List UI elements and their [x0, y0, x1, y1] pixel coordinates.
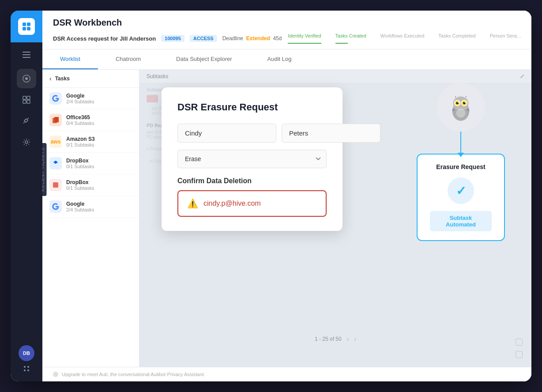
owl-mascot	[437, 83, 485, 132]
grid-icon[interactable]	[23, 365, 30, 374]
right-content: Subtasks ⤢ Subtask G... → ti-Discovery .…	[139, 70, 531, 367]
step-tasks-created: Tasks Created	[335, 33, 366, 44]
deadline-status: Extended	[246, 35, 270, 41]
progress-steps: Identity Verified Tasks Created Workflow…	[288, 33, 521, 44]
tab-worklist[interactable]: Worklist	[42, 49, 98, 69]
amazon-icon: aws	[49, 136, 62, 148]
upgrade-text: Upgrade to meet Auti, the conversational…	[62, 372, 205, 377]
page-title: DSR Workbench	[53, 18, 521, 28]
svg-rect-11	[23, 100, 26, 103]
sidebar-nav	[17, 69, 36, 345]
task-info: Office365 0/4 Subtasks	[66, 114, 94, 126]
email-confirm-box: ⚠️ cindy.p@hive.com	[177, 190, 327, 217]
email-display: cindy.p@hive.com	[203, 200, 261, 207]
action-select[interactable]: Erase Delete Anonymize	[177, 150, 327, 168]
sidebar-bottom: DB	[19, 345, 34, 381]
erasure-request-card: Erasure Request ✓ Subtask Automated	[417, 154, 505, 241]
bottom-bar: Upgrade to meet Auti, the conversational…	[42, 367, 531, 381]
step-tasks-completed: Tasks Completed	[438, 33, 475, 44]
tab-audit-log[interactable]: Audit Log	[250, 49, 309, 69]
tabs: Worklist Chatroom Data Subject Explorer …	[42, 49, 531, 70]
erasure-modal: DSR Erasure Request Erase Delete Anonymi…	[162, 87, 343, 231]
deadline-text: Deadline Extended 45d	[222, 35, 282, 41]
name-row	[177, 124, 327, 143]
office365-icon	[49, 114, 62, 126]
step-identity-verified: Identity Verified	[288, 33, 321, 44]
task-info: DropBox 0/1 Subtasks	[66, 179, 94, 191]
panel-header: ‹ Tasks	[42, 70, 139, 88]
bot-icon	[53, 372, 58, 377]
svg-rect-6	[23, 57, 30, 58]
svg-point-8	[25, 77, 28, 80]
sidebar-item-tools[interactable]	[17, 111, 36, 131]
task-info: Amazon S3 0/1 Subtasks	[66, 136, 95, 147]
task-info: DropBox 0/1 Subtasks	[66, 158, 94, 169]
svg-point-17	[27, 369, 29, 371]
sidebar-item-settings[interactable]	[17, 132, 36, 152]
list-item[interactable]: DropBox 0/1 Subtasks	[42, 153, 139, 174]
user-avatar[interactable]: DB	[19, 345, 34, 361]
svg-rect-10	[27, 96, 30, 99]
google-icon	[49, 92, 62, 105]
step-person-sera: Person Sera...	[490, 33, 521, 44]
step-workflows-executed: Workflows Executed	[380, 33, 424, 44]
svg-rect-5	[23, 54, 30, 55]
ticket-id-badge: 100095	[161, 35, 184, 42]
first-name-field[interactable]	[177, 124, 276, 143]
ticket-type-badge: ACCESS	[190, 35, 217, 42]
logo-icon	[18, 18, 35, 35]
svg-point-15	[27, 366, 29, 368]
list-item[interactable]: Google 2/4 Subtasks	[42, 88, 139, 109]
google2-icon	[49, 200, 62, 213]
erasure-card-container: Erasure Request ✓ Subtask Automated	[417, 83, 505, 241]
svg-rect-2	[23, 27, 26, 30]
svg-point-31	[456, 109, 466, 118]
svg-point-30	[464, 102, 466, 103]
content-area: ‹ Tasks Google 2/4 Subtasks	[42, 70, 531, 367]
svg-rect-3	[27, 27, 30, 30]
list-item[interactable]: Office365 0/4 Subtasks	[42, 109, 139, 131]
checkmark-icon: ✓	[456, 184, 466, 198]
ticket-header: DSR Access request for Jill Anderson 100…	[53, 33, 521, 44]
svg-rect-20	[53, 182, 58, 188]
list-item[interactable]: aws Amazon S3 0/1 Subtasks	[42, 131, 139, 153]
svg-point-26	[458, 102, 459, 103]
flow-arrow	[460, 132, 461, 154]
sidebar: DB	[11, 11, 42, 381]
task-list: Google 2/4 Subtasks Off	[42, 88, 139, 367]
svg-rect-19	[54, 117, 59, 122]
main-content: DSR Workbench DSR Access request for Jil…	[42, 11, 531, 381]
dropbox-icon	[49, 157, 62, 170]
ticket-title: DSR Access request for Jill Anderson	[53, 35, 156, 42]
svg-point-16	[24, 369, 26, 371]
tab-chatroom[interactable]: Chatroom	[98, 49, 158, 69]
sidebar-item-home[interactable]	[17, 69, 36, 88]
svg-rect-0	[23, 23, 26, 26]
task-info: Google 2/4 Subtasks	[66, 93, 94, 104]
erasure-card-title: Erasure Request	[430, 163, 492, 170]
svg-rect-1	[27, 23, 30, 26]
sidebar-logo	[11, 11, 42, 42]
tasks-panel: ‹ Tasks Google 2/4 Subtasks	[42, 70, 139, 367]
back-button[interactable]: ‹	[49, 75, 52, 82]
tab-data-subject-explorer[interactable]: Data Subject Explorer	[158, 49, 249, 69]
confirm-label: Confirm Data Deletion	[177, 177, 327, 185]
sidebar-item-dashboard[interactable]	[17, 90, 36, 109]
menu-toggle-button[interactable]	[11, 44, 42, 65]
task-info: Google 2/4 Subtasks	[66, 201, 94, 212]
list-item[interactable]: DropBox 0/1 Subtasks	[42, 174, 139, 196]
panel-title: Tasks	[55, 75, 70, 82]
deadline-days: 45d	[273, 35, 282, 41]
svg-point-14	[24, 366, 26, 368]
warning-icon: ⚠️	[187, 198, 198, 209]
dropbox-alt-icon	[49, 179, 62, 191]
modal-overlay: DSR Erasure Request Erase Delete Anonymi…	[139, 70, 531, 367]
svg-rect-12	[27, 100, 30, 103]
modal-title: DSR Erasure Request	[177, 102, 327, 113]
svg-point-13	[25, 141, 28, 143]
list-item[interactable]: Google 2/4 Subtasks	[42, 196, 139, 218]
svg-rect-9	[23, 96, 26, 99]
check-circle: ✓	[448, 177, 474, 204]
last-name-field[interactable]	[282, 124, 380, 143]
subtask-automated-label: Subtask Automated	[430, 211, 492, 231]
